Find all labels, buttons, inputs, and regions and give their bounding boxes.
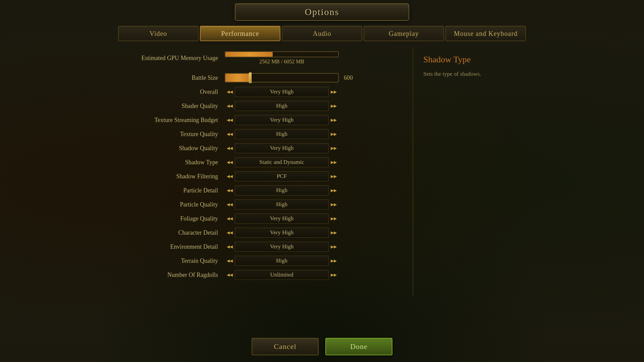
value-particle-quality: High (235, 199, 329, 209)
gpu-bar-inner (225, 52, 273, 57)
arrow-right-terrain-quality[interactable] (329, 256, 339, 266)
arrow-left-shader-quality[interactable] (225, 101, 235, 111)
arrow-right-character-detail[interactable] (329, 228, 339, 238)
setting-row-shadow-filtering: Shadow Filtering PCF (104, 170, 413, 183)
tab-mouse-keyboard[interactable]: Mouse and Keyboard (445, 26, 526, 41)
arrow-left-environment-detail[interactable] (225, 242, 235, 252)
bottom-buttons: Cancel Done (252, 338, 392, 355)
cancel-button[interactable]: Cancel (252, 338, 319, 355)
battle-slider-thumb (249, 72, 252, 83)
gpu-bar-text: 2562 MB / 6052 MB (259, 59, 304, 65)
setting-row-texture-streaming-budget: Texture Streaming Budget Very High (104, 113, 413, 127)
value-shadow-filtering: PCF (235, 171, 329, 181)
arrow-right-foliage-quality[interactable] (329, 214, 339, 224)
setting-row-terrain-quality: Terrain Quality High (104, 254, 413, 267)
arrow-left-shadow-quality[interactable] (225, 143, 235, 153)
arrow-right-environment-detail[interactable] (329, 242, 339, 252)
setting-row-overall: Overall Very High (104, 85, 413, 99)
nav-tabs: Video Performance Audio Gameplay Mouse a… (118, 26, 526, 41)
setting-row-shadow-quality: Shadow Quality Very High (104, 141, 413, 155)
battle-slider-fill (225, 74, 250, 82)
arrow-left-particle-quality[interactable] (225, 199, 235, 209)
arrow-left-particle-detail[interactable] (225, 185, 235, 195)
setting-row-environment-detail: Environment Detail Very High (104, 240, 413, 253)
label-texture-quality: Texture Quality (111, 131, 218, 138)
arrow-left-shadow-type[interactable] (225, 157, 235, 167)
value-number-of-ragdolls: Unlimited (235, 270, 329, 280)
arrow-left-overall[interactable] (225, 87, 235, 97)
label-terrain-quality: Terrain Quality (111, 257, 218, 264)
label-shadow-quality: Shadow Quality (111, 145, 218, 152)
content-area: Estimated GPU Memory Usage 2562 MB / 605… (104, 48, 540, 296)
arrow-right-shader-quality[interactable] (329, 101, 339, 111)
arrow-left-character-detail[interactable] (225, 228, 235, 238)
arrow-left-texture-streaming-budget[interactable] (225, 115, 235, 125)
gpu-bar-outer (225, 51, 339, 57)
battle-slider[interactable] (225, 73, 339, 82)
tab-video[interactable]: Video (118, 26, 199, 41)
label-particle-quality: Particle Quality (111, 201, 218, 208)
arrow-left-texture-quality[interactable] (225, 129, 235, 139)
setting-row-shadow-type: Shadow Type Static and Dynamic (104, 156, 413, 169)
arrow-right-shadow-type[interactable] (329, 157, 339, 167)
arrow-right-overall[interactable] (329, 87, 339, 97)
value-foliage-quality: Very High (235, 214, 329, 224)
value-shadow-type: Static and Dynamic (235, 157, 329, 167)
info-panel: Shadow Type Sets the type of shadows. (413, 48, 540, 296)
arrow-right-shadow-filtering[interactable] (329, 171, 339, 181)
battle-size-section: Battle Size 600 (104, 73, 413, 82)
tab-gameplay[interactable]: Gameplay (364, 26, 444, 41)
gpu-memory-section: Estimated GPU Memory Usage 2562 MB / 605… (104, 51, 413, 65)
label-environment-detail: Environment Detail (111, 243, 218, 250)
setting-row-number-of-ragdolls: Number Of Ragdolls Unlimited (104, 268, 413, 282)
arrow-right-particle-quality[interactable] (329, 199, 339, 209)
setting-row-texture-quality: Texture Quality High (104, 127, 413, 141)
value-shader-quality: High (235, 101, 329, 111)
battle-size-value: 600 (344, 74, 361, 81)
arrow-right-texture-quality[interactable] (329, 129, 339, 139)
arrow-right-number-of-ragdolls[interactable] (329, 270, 339, 280)
tab-audio[interactable]: Audio (282, 26, 362, 41)
options-title-bar: Options (235, 3, 409, 21)
value-particle-detail: High (235, 185, 329, 195)
value-environment-detail: Very High (235, 242, 329, 252)
info-title: Shadow Type (423, 55, 530, 65)
options-title: Options (305, 7, 339, 17)
value-overall: Very High (235, 87, 329, 97)
arrow-left-number-of-ragdolls[interactable] (225, 270, 235, 280)
value-terrain-quality: High (235, 256, 329, 266)
info-description: Sets the type of shadows. (423, 70, 530, 78)
label-number-of-ragdolls: Number Of Ragdolls (111, 272, 218, 279)
label-foliage-quality: Foliage Quality (111, 215, 218, 222)
value-character-detail: Very High (235, 228, 329, 238)
label-overall: Overall (111, 88, 218, 96)
battle-slider-container: 600 (225, 73, 361, 82)
battle-size-label: Battle Size (111, 74, 218, 81)
tab-performance[interactable]: Performance (200, 26, 280, 41)
label-shader-quality: Shader Quality (111, 103, 218, 110)
label-texture-streaming-budget: Texture Streaming Budget (111, 117, 218, 124)
arrow-left-terrain-quality[interactable] (225, 256, 235, 266)
settings-list: Overall Very High Shader Quality High Te… (104, 85, 413, 293)
gpu-bar-container: 2562 MB / 6052 MB (225, 51, 339, 65)
setting-row-foliage-quality: Foliage Quality Very High (104, 212, 413, 225)
setting-row-particle-detail: Particle Detail High (104, 184, 413, 197)
arrow-right-texture-streaming-budget[interactable] (329, 115, 339, 125)
value-texture-quality: High (235, 129, 329, 139)
label-character-detail: Character Detail (111, 229, 218, 236)
done-button[interactable]: Done (325, 338, 392, 355)
label-particle-detail: Particle Detail (111, 187, 218, 194)
label-shadow-filtering: Shadow Filtering (111, 173, 218, 180)
arrow-right-particle-detail[interactable] (329, 185, 339, 195)
arrow-left-foliage-quality[interactable] (225, 214, 235, 224)
setting-row-particle-quality: Particle Quality High (104, 198, 413, 211)
gpu-label: Estimated GPU Memory Usage (111, 55, 218, 62)
arrow-right-shadow-quality[interactable] (329, 143, 339, 153)
label-shadow-type: Shadow Type (111, 159, 218, 166)
value-texture-streaming-budget: Very High (235, 115, 329, 125)
value-shadow-quality: Very High (235, 143, 329, 153)
setting-row-character-detail: Character Detail Very High (104, 226, 413, 239)
setting-row-shader-quality: Shader Quality High (104, 99, 413, 113)
arrow-left-shadow-filtering[interactable] (225, 171, 235, 181)
settings-panel: Estimated GPU Memory Usage 2562 MB / 605… (104, 48, 413, 296)
